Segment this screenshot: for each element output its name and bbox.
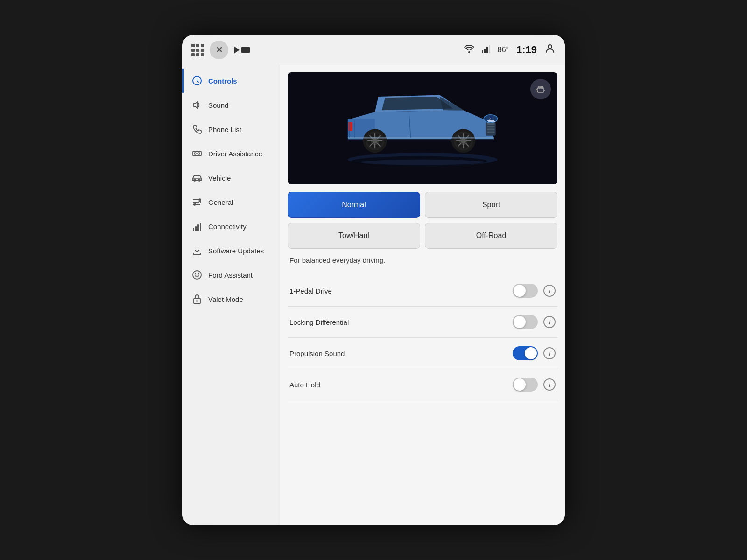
sidebar-label-valet-mode: Valet Mode (208, 295, 243, 303)
sidebar-label-connectivity: Connectivity (208, 223, 247, 231)
sidebar-label-phone-list: Phone List (208, 126, 241, 133)
sidebar-label-ford-assistant: Ford Assistant (208, 271, 253, 279)
svg-rect-67 (537, 88, 544, 92)
wifi-icon (464, 45, 474, 55)
sidebar-item-ford-assistant[interactable]: Ford Assistant (182, 263, 280, 287)
sidebar-item-connectivity[interactable]: Connectivity (182, 214, 280, 238)
svg-point-40 (372, 138, 378, 144)
toggle-thumb-one-pedal-drive (514, 285, 526, 297)
toggle-auto-hold[interactable] (513, 378, 538, 392)
info-button-auto-hold[interactable]: i (543, 378, 556, 391)
ford-assistant-icon (191, 269, 203, 280)
signal-icon (482, 45, 490, 55)
mode-description: For balanced everyday driving. (288, 256, 557, 264)
setting-row-one-pedal-drive: 1-Pedal Drive i (288, 275, 557, 307)
setting-row-auto-hold: Auto Hold i (288, 369, 557, 400)
sidebar-label-sound: Sound (208, 101, 228, 109)
setting-controls-one-pedal-drive: i (513, 284, 556, 298)
time-display: 1:19 (516, 44, 537, 56)
sidebar-item-driver-assistance[interactable]: Driver Assistance (182, 141, 280, 166)
svg-point-22 (193, 271, 201, 279)
svg-rect-19 (195, 226, 197, 231)
info-button-propulsion-sound[interactable]: i (543, 347, 556, 359)
svg-text:F: F (489, 117, 492, 121)
temperature-display: 86° (498, 46, 509, 54)
setting-controls-locking-differential: i (513, 315, 556, 329)
svg-rect-3 (489, 45, 490, 53)
setting-row-propulsion-sound: Propulsion Sound i (288, 338, 557, 369)
setting-controls-auto-hold: i (513, 378, 556, 392)
svg-rect-0 (482, 50, 483, 53)
setting-label-auto-hold: Auto Hold (289, 381, 320, 389)
svg-rect-30 (487, 129, 494, 131)
setting-label-one-pedal-drive: 1-Pedal Drive (289, 287, 332, 295)
sound-icon (191, 99, 203, 111)
sidebar-item-general[interactable]: General (182, 190, 280, 214)
svg-rect-1 (484, 49, 486, 53)
svg-rect-35 (348, 122, 352, 131)
controls-icon (191, 75, 203, 86)
screen-bezel: ✕ (182, 35, 565, 525)
toggle-locking-differential[interactable] (513, 315, 538, 329)
grid-icon[interactable] (191, 44, 204, 56)
sidebar-item-vehicle[interactable]: Vehicle (182, 166, 280, 190)
svg-rect-29 (487, 126, 494, 128)
toggle-thumb-auto-hold (514, 378, 526, 391)
svg-rect-20 (197, 224, 199, 231)
sidebar-item-phone-list[interactable]: Phone List (182, 117, 280, 141)
mode-button-normal[interactable]: Normal (288, 192, 420, 218)
svg-point-66 (361, 160, 484, 165)
svg-point-4 (548, 45, 552, 49)
sidebar-label-software-updates: Software Updates (208, 247, 264, 255)
status-bar-right: 86° 1:19 (464, 43, 556, 57)
mode-button-sport[interactable]: Sport (425, 192, 557, 218)
sidebar-item-controls[interactable]: Controls (182, 69, 280, 93)
sidebar: Controls Sound Phone List (182, 65, 280, 525)
svg-point-24 (196, 300, 198, 302)
setting-controls-propulsion-sound: i (513, 346, 556, 360)
settings-list: 1-Pedal Drive i Locking Differential (288, 275, 557, 400)
mode-button-tow-haul[interactable]: Tow/Haul (288, 223, 420, 249)
toggle-one-pedal-drive[interactable] (513, 284, 538, 298)
user-icon[interactable] (544, 43, 556, 57)
svg-rect-21 (200, 223, 201, 231)
engine-badge (530, 79, 551, 99)
sidebar-label-driver-assistance: Driver Assistance (208, 150, 262, 158)
svg-rect-28 (487, 123, 494, 125)
valet-mode-icon (191, 294, 203, 305)
sidebar-item-software-updates[interactable]: Software Updates (182, 238, 280, 263)
setting-label-propulsion-sound: Propulsion Sound (289, 350, 345, 357)
software-updates-icon (191, 245, 203, 256)
info-button-one-pedal-drive[interactable]: i (543, 285, 556, 297)
svg-rect-18 (193, 228, 194, 231)
sidebar-label-general: General (208, 198, 233, 206)
toggle-propulsion-sound[interactable] (513, 346, 538, 360)
sidebar-item-valet-mode[interactable]: Valet Mode (182, 287, 280, 311)
media-icon (234, 46, 250, 54)
info-button-locking-differential[interactable]: i (543, 316, 556, 328)
sidebar-label-vehicle: Vehicle (208, 174, 231, 182)
svg-point-53 (461, 138, 466, 144)
svg-rect-69 (541, 86, 543, 88)
svg-rect-2 (486, 47, 488, 53)
driver-assistance-icon (191, 148, 203, 159)
vehicle-icon (191, 172, 203, 183)
mode-button-off-road[interactable]: Off-Road (425, 223, 557, 249)
drive-modes: Normal Sport Tow/Haul Off-Road (288, 192, 557, 249)
phone-icon (191, 124, 203, 135)
connectivity-icon (191, 221, 203, 232)
content-area: F (280, 65, 565, 525)
toggle-thumb-propulsion-sound (525, 347, 537, 359)
setting-row-locking-differential: Locking Differential i (288, 307, 557, 338)
svg-rect-68 (539, 86, 540, 88)
svg-point-7 (194, 153, 196, 154)
toggle-thumb-locking-differential (514, 316, 526, 328)
vehicle-image: F (288, 72, 557, 184)
close-button[interactable]: ✕ (210, 41, 228, 59)
status-bar: ✕ (182, 35, 565, 65)
sidebar-item-sound[interactable]: Sound (182, 93, 280, 117)
main-area: Controls Sound Phone List (182, 65, 565, 525)
svg-point-16 (199, 201, 201, 203)
svg-rect-62 (348, 137, 494, 139)
status-bar-left: ✕ (191, 41, 250, 59)
